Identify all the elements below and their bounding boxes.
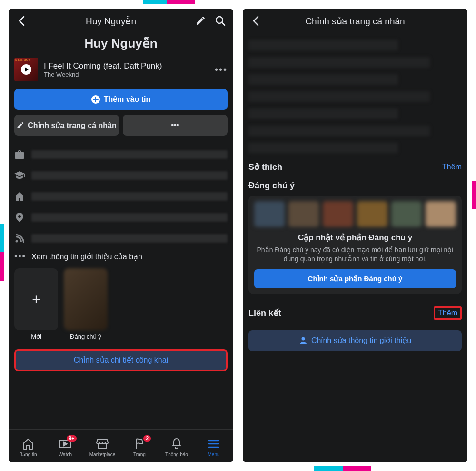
new-story-label: Mới bbox=[31, 333, 41, 341]
feed-row[interactable] bbox=[14, 228, 228, 249]
edit-public-details-button[interactable]: Chỉnh sửa chi tiết công khai bbox=[14, 349, 228, 371]
plus-icon: + bbox=[32, 291, 40, 307]
featured-section-title: Đáng chú ý bbox=[248, 181, 295, 191]
header-title: Chỉnh sửa trang cá nhân bbox=[268, 16, 443, 27]
work-row[interactable] bbox=[14, 144, 228, 165]
edit-public-label: Chỉnh sửa chi tiết công khai bbox=[74, 355, 168, 364]
menu-icon bbox=[208, 437, 219, 451]
highlight-story-label: Đáng chú ý bbox=[70, 333, 101, 341]
hobby-section-title: Sở thích bbox=[248, 162, 282, 172]
tab-bar: Bảng tin 9+ Watch Marketplace 2 Trang Th… bbox=[9, 429, 233, 462]
add-to-story-button[interactable]: Thêm vào tin bbox=[14, 89, 228, 110]
tab-watch[interactable]: 9+ Watch bbox=[51, 437, 79, 457]
about-list: ••• Xem thông tin giới thiệu của bạn bbox=[14, 144, 228, 262]
tab-menu[interactable]: Menu bbox=[199, 437, 228, 457]
tab-marketplace[interactable]: Marketplace bbox=[88, 437, 117, 457]
header-title: Huy Nguyễn bbox=[33, 16, 188, 27]
more-button[interactable]: ••• bbox=[123, 115, 228, 136]
graduation-icon bbox=[14, 171, 25, 180]
see-about-label: Xem thông tin giới thiệu của bạn bbox=[31, 252, 142, 261]
new-story-card[interactable]: + bbox=[14, 268, 58, 330]
highlight-story-card[interactable] bbox=[64, 268, 108, 330]
tab-label: Trang bbox=[133, 452, 146, 457]
edit-featured-label: Chỉnh sửa phần Đáng chú ý bbox=[308, 275, 403, 283]
briefcase-icon bbox=[14, 150, 25, 159]
home-row[interactable] bbox=[14, 186, 228, 207]
song-artist: The Weeknd bbox=[44, 71, 209, 78]
featured-card-desc: Phần Đáng chú ý nay đã có diện mạo mới đ… bbox=[254, 245, 456, 264]
tab-label: Menu bbox=[208, 452, 219, 457]
house-icon bbox=[14, 192, 25, 201]
edit-profile-screen: Chỉnh sửa trang cá nhân Sở thích Thêm Đá… bbox=[243, 9, 467, 462]
back-button[interactable] bbox=[13, 13, 30, 29]
person-icon bbox=[299, 336, 307, 345]
pencil-icon bbox=[17, 122, 24, 129]
tab-feed[interactable]: Bảng tin bbox=[14, 437, 42, 457]
svg-point-4 bbox=[301, 337, 305, 340]
links-add-link[interactable]: Thêm bbox=[434, 306, 462, 320]
tab-label: Thông báo bbox=[165, 452, 188, 457]
featured-card: Cập nhật về phần Đáng chú ý Phần Đáng ch… bbox=[248, 196, 462, 294]
tab-label: Watch bbox=[59, 452, 72, 457]
see-about-button[interactable]: ••• Xem thông tin giới thiệu của bạn bbox=[14, 252, 228, 262]
education-row[interactable] bbox=[14, 165, 228, 186]
song-title: I Feel It Coming (feat. Daft Punk) bbox=[44, 61, 209, 71]
edit-icon[interactable] bbox=[192, 13, 208, 29]
header: Chỉnh sửa trang cá nhân bbox=[243, 9, 467, 33]
bell-icon bbox=[171, 437, 182, 451]
plus-circle-icon bbox=[91, 95, 100, 104]
album-cover: STARBOY bbox=[14, 58, 38, 81]
hobby-add-link[interactable]: Thêm bbox=[442, 163, 462, 171]
edit-profile-button[interactable]: Chỉnh sửa trang cá nhân bbox=[14, 115, 119, 136]
tab-notifications[interactable]: Thông báo bbox=[162, 437, 191, 457]
dots-icon: ••• bbox=[14, 252, 25, 262]
featured-thumbnails bbox=[254, 201, 456, 227]
edit-featured-button[interactable]: Chỉnh sửa phần Đáng chú ý bbox=[254, 269, 456, 288]
tab-pages[interactable]: 2 Trang bbox=[125, 437, 154, 457]
edit-about-button[interactable]: Chỉnh sửa thông tin giới thiệu bbox=[248, 330, 462, 351]
tab-label: Bảng tin bbox=[19, 452, 37, 457]
stories-row: + Mới Đáng chú ý bbox=[14, 268, 228, 341]
pin-icon bbox=[14, 213, 25, 222]
featured-card-title: Cập nhật về phần Đáng chú ý bbox=[254, 233, 456, 243]
dots-icon: ••• bbox=[171, 121, 179, 129]
svg-point-2 bbox=[16, 240, 18, 243]
album-tag: STARBOY bbox=[15, 59, 30, 61]
music-more-icon[interactable]: ••• bbox=[215, 64, 228, 75]
store-icon bbox=[96, 437, 109, 451]
links-section-title: Liên kết bbox=[248, 308, 281, 318]
music-row[interactable]: STARBOY I Feel It Coming (feat. Daft Pun… bbox=[14, 58, 228, 81]
blurred-content bbox=[248, 40, 462, 153]
badge: 9+ bbox=[67, 435, 77, 442]
search-icon[interactable] bbox=[212, 13, 228, 29]
home-icon bbox=[22, 437, 34, 451]
add-to-story-label: Thêm vào tin bbox=[104, 95, 151, 104]
edit-about-label: Chỉnh sửa thông tin giới thiệu bbox=[311, 336, 411, 345]
profile-screen: Huy Nguyễn Huy Nguyễn STARBOY I Feel It … bbox=[9, 9, 233, 462]
badge: 2 bbox=[143, 435, 151, 442]
rss-icon bbox=[14, 234, 25, 243]
location-row[interactable] bbox=[14, 207, 228, 228]
play-icon bbox=[21, 64, 31, 75]
tab-label: Marketplace bbox=[89, 452, 115, 457]
profile-name: Huy Nguyễn bbox=[14, 36, 228, 51]
header: Huy Nguyễn bbox=[9, 9, 233, 33]
edit-profile-label: Chỉnh sửa trang cá nhân bbox=[28, 121, 116, 130]
back-button[interactable] bbox=[248, 13, 264, 29]
